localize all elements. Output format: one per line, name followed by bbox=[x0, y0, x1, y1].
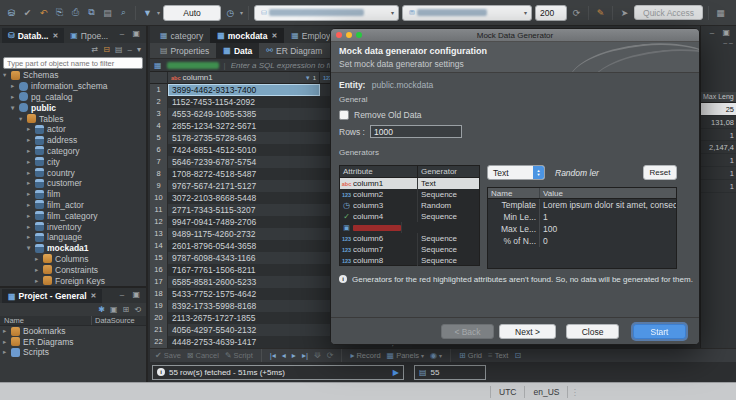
attribute-row[interactable]: column1 Text bbox=[340, 178, 479, 189]
cell-column1[interactable]: 2771-7343-5115-3207 bbox=[168, 204, 320, 216]
panels-button[interactable]: ▦Panels▾ bbox=[387, 351, 425, 360]
max-length-cell[interactable]: 2,147,4 bbox=[701, 141, 736, 154]
cell-column1[interactable]: 4448-2753-4639-1417 bbox=[168, 336, 320, 348]
text-view-button[interactable]: ≡Text bbox=[488, 351, 508, 360]
subtab-data[interactable]: ▦ Data bbox=[216, 43, 259, 58]
tree-item[interactable]: ▸ Foreign Keys bbox=[0, 275, 146, 286]
max-length-cell[interactable]: 1 bbox=[701, 167, 736, 180]
expander-icon[interactable]: ▸ bbox=[3, 348, 10, 356]
dialog-titlebar[interactable]: Mock Data Generator bbox=[331, 29, 699, 42]
new-connection-icon[interactable]: ⛁ bbox=[5, 6, 18, 19]
save-icon[interactable]: ▤ bbox=[101, 6, 114, 19]
max-length-cell[interactable]: 1 bbox=[701, 129, 736, 142]
expander-icon[interactable]: ▸ bbox=[35, 255, 42, 263]
view-settings-button[interactable]: ◉▾ bbox=[430, 351, 442, 360]
reset-button[interactable]: Reset bbox=[643, 165, 677, 180]
connection-combo[interactable]: ⛁▾ bbox=[254, 5, 399, 21]
next-page-icon[interactable]: ▸ bbox=[292, 351, 296, 360]
database-combo[interactable]: ⛃▾ bbox=[402, 5, 532, 21]
expander-icon[interactable]: ▸ bbox=[3, 327, 10, 335]
generator-column-header[interactable]: Generator bbox=[418, 166, 479, 177]
fetch-all-icon[interactable]: ⟱ bbox=[314, 351, 321, 360]
cell-column1[interactable]: 9947-0941-7489-2706 bbox=[168, 216, 320, 228]
property-value[interactable]: 100 bbox=[540, 223, 676, 235]
max-length-cell[interactable]: 25 bbox=[701, 103, 736, 116]
expander-icon[interactable]: ▸ bbox=[27, 125, 34, 133]
tree-item[interactable]: ▸ category bbox=[0, 146, 146, 157]
column1-header[interactable]: column1 ▼1 bbox=[168, 72, 320, 84]
rows-count-input[interactable] bbox=[370, 125, 462, 138]
column-header-max-length[interactable]: Max Leng bbox=[701, 92, 736, 103]
transaction-mode-combo[interactable]: Auto bbox=[163, 5, 221, 21]
property-value[interactable]: 1 bbox=[540, 211, 676, 223]
expander-icon[interactable]: ▸ bbox=[27, 169, 34, 177]
tree-item[interactable]: ▸ country bbox=[0, 167, 146, 178]
tree-item[interactable]: ▸ address bbox=[0, 135, 146, 146]
cell-column1[interactable]: 5646-7239-6787-5754 bbox=[168, 156, 320, 168]
max-length-cell[interactable]: 1 bbox=[701, 154, 736, 167]
max-length-cell[interactable]: 131,08 bbox=[701, 116, 736, 129]
tab-category[interactable]: ▦ category bbox=[153, 28, 210, 43]
locale-indicator[interactable]: en_US bbox=[525, 386, 568, 398]
timezone-indicator[interactable]: UTC bbox=[490, 386, 525, 398]
property-row[interactable]: Template Lorem ipsum dolor sit amet, con… bbox=[488, 199, 676, 211]
subtab-er-diagram[interactable]: ⚯ ER Diagram bbox=[259, 43, 329, 58]
cell-column1[interactable]: 9489-1175-4260-2732 bbox=[168, 228, 320, 240]
property-row[interactable]: Min Le... 1 bbox=[488, 211, 676, 223]
cell-column1[interactable]: 8392-1733-5998-8168 bbox=[168, 300, 320, 312]
tree-item[interactable]: ▸ city bbox=[0, 156, 146, 167]
first-page-icon[interactable]: |◂ bbox=[270, 351, 276, 360]
tab-mockdata[interactable]: ▦ mockdata ✕ bbox=[210, 28, 284, 43]
value-column-header[interactable]: Value bbox=[540, 188, 676, 198]
property-row[interactable]: Max Le... 100 bbox=[488, 223, 676, 235]
property-value[interactable]: Lorem ipsum dolor sit amet, consectetur … bbox=[540, 199, 676, 211]
commit-icon[interactable]: ✔ bbox=[21, 6, 34, 19]
max-length-cell[interactable]: 1 bbox=[701, 180, 736, 193]
minimize-maximize-icons[interactable]: – ▣ bbox=[120, 29, 143, 38]
tree-item[interactable]: ▸ inventory bbox=[0, 221, 146, 232]
collapse-icon[interactable]: ▣ bbox=[110, 305, 118, 314]
refresh-icon[interactable]: ⟲ bbox=[134, 305, 141, 314]
pointer-icon[interactable]: ➤ bbox=[618, 6, 631, 19]
close-icon[interactable]: ✕ bbox=[91, 292, 97, 300]
expander-icon[interactable]: ▸ bbox=[27, 201, 34, 209]
filter-icon[interactable]: ▼ bbox=[305, 75, 311, 81]
expander-icon[interactable]: ▸ bbox=[27, 190, 34, 198]
cell-column1[interactable]: 7424-6851-4512-5010 bbox=[168, 144, 320, 156]
expander-icon[interactable]: ▾ bbox=[11, 104, 18, 112]
expander-icon[interactable]: ▸ bbox=[35, 277, 42, 285]
tree-item[interactable]: ▾ public bbox=[0, 102, 146, 113]
link-editor-icon[interactable]: ⇄ bbox=[92, 45, 99, 54]
tree-item[interactable]: ▸ pg_catalog bbox=[0, 92, 146, 103]
tree-item[interactable]: ▾ Tables bbox=[0, 113, 146, 124]
expander-icon[interactable]: ▸ bbox=[27, 212, 34, 220]
attribute-row[interactable]: column7 Sequence bbox=[340, 244, 479, 255]
column-header-datasource[interactable]: DataSource bbox=[92, 316, 135, 325]
expander-icon[interactable]: ▸ bbox=[27, 158, 34, 166]
row-number[interactable]: 22 bbox=[150, 336, 168, 349]
tree-item[interactable]: ▸ language bbox=[0, 232, 146, 243]
script-button[interactable]: ✎Script bbox=[225, 351, 253, 360]
search-icon[interactable]: ⌕ bbox=[117, 6, 130, 19]
property-row[interactable]: % of N... 0 bbox=[488, 235, 676, 247]
attribute-row[interactable]: column2 Sequence bbox=[340, 189, 479, 200]
open-sql-icon[interactable]: ⎙ bbox=[69, 6, 82, 19]
next-button[interactable]: Next > bbox=[499, 324, 556, 339]
expand-icon[interactable]: ⊞ bbox=[123, 305, 130, 314]
attribute-row[interactable]: column4 Sequence bbox=[340, 211, 479, 222]
expander-icon[interactable]: ▸ bbox=[35, 266, 42, 274]
calc-panel-icon[interactable]: ⊡ bbox=[514, 351, 521, 360]
last-page-icon[interactable]: ▸| bbox=[302, 351, 308, 360]
tree-item[interactable]: ▸ information_schema bbox=[0, 81, 146, 92]
attribute-row[interactable]: column6 Sequence bbox=[340, 233, 479, 244]
cell-column1[interactable]: 5433-7752-1575-4642 bbox=[168, 288, 320, 300]
prev-page-icon[interactable]: ◂ bbox=[282, 351, 286, 360]
attribute-row[interactable]: column3 Random bbox=[340, 200, 479, 211]
perspective-gauge-icon[interactable]: ◔ bbox=[730, 6, 736, 19]
cell-column1[interactable]: 1152-7453-1154-2092 bbox=[168, 96, 320, 108]
compare-icon[interactable]: ⧉ bbox=[85, 6, 98, 19]
tree-item[interactable]: ▾ Schemas bbox=[0, 70, 146, 81]
expander-icon[interactable]: ▸ bbox=[11, 93, 18, 101]
tab-project-general[interactable]: ▦ Project - General ✕ bbox=[2, 289, 102, 303]
project-item[interactable]: ▸ ER Diagrams bbox=[0, 337, 146, 348]
